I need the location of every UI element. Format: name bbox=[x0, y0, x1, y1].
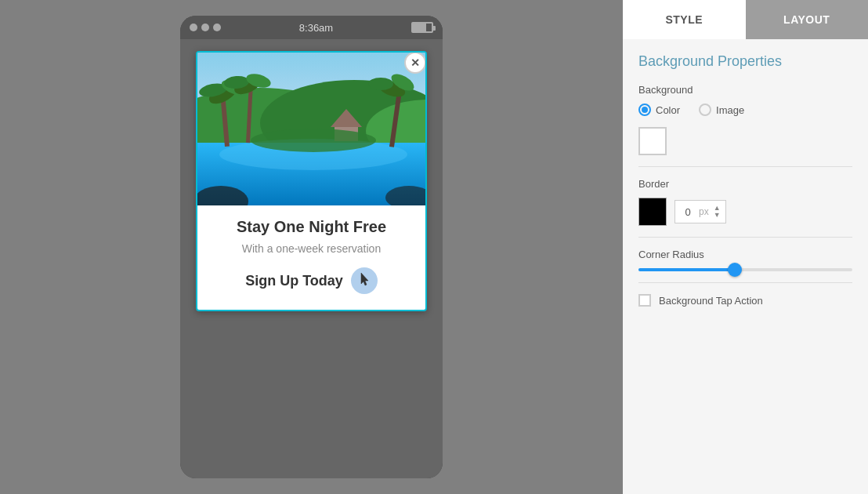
radio-image-label: Image bbox=[716, 104, 744, 116]
stepper-down-arrow[interactable]: ▼ bbox=[714, 212, 721, 219]
svg-point-18 bbox=[368, 78, 393, 90]
corner-radius-label: Corner Radius bbox=[638, 249, 852, 260]
svg-point-22 bbox=[251, 129, 376, 152]
border-size-value: 0 bbox=[680, 206, 696, 218]
popup-image-scene bbox=[197, 53, 425, 205]
divider-3 bbox=[638, 282, 852, 283]
phone-status-bar: 8:36am bbox=[180, 16, 443, 39]
radio-color-label: Color bbox=[656, 104, 680, 116]
border-size-input[interactable]: 0 px ▲ ▼ bbox=[675, 200, 726, 223]
tabs-bar: STYLE LAYOUT bbox=[623, 0, 868, 39]
divider-1 bbox=[638, 166, 852, 167]
radio-image-item[interactable]: Image bbox=[699, 104, 744, 116]
phone-time: 8:36am bbox=[299, 22, 333, 34]
phone-dot-2 bbox=[201, 24, 209, 31]
tab-layout-label: LAYOUT bbox=[783, 13, 830, 26]
popup-title: Stay One Night Free bbox=[213, 218, 410, 236]
phone-battery-fill bbox=[413, 24, 426, 31]
section-title: Background Properties bbox=[638, 53, 852, 70]
preview-area: 8:36am ✕ bbox=[0, 0, 623, 494]
cursor-icon bbox=[351, 267, 378, 294]
right-panel: STYLE LAYOUT Background Properties Backg… bbox=[623, 0, 868, 494]
tap-action-label: Background Tap Action bbox=[659, 295, 763, 307]
phone-screen: ✕ bbox=[180, 39, 443, 478]
popup-subtitle: With a one-week reservation bbox=[213, 242, 410, 255]
corner-radius-slider-container bbox=[638, 268, 852, 271]
popup-cta-area: Sign Up Today bbox=[213, 267, 410, 294]
background-color-swatch-inner bbox=[640, 129, 665, 154]
background-color-swatch[interactable] bbox=[638, 127, 667, 155]
divider-2 bbox=[638, 237, 852, 238]
radio-image-circle[interactable] bbox=[699, 104, 711, 116]
tab-style-label: STYLE bbox=[665, 13, 703, 26]
border-controls: 0 px ▲ ▼ bbox=[638, 198, 852, 226]
border-color-swatch[interactable] bbox=[638, 198, 667, 226]
border-section: Border 0 px ▲ ▼ bbox=[638, 178, 852, 226]
phone-dot-1 bbox=[190, 24, 197, 31]
tab-layout[interactable]: LAYOUT bbox=[746, 0, 869, 39]
popup-cta-text[interactable]: Sign Up Today bbox=[245, 273, 343, 289]
phone-frame: 8:36am ✕ bbox=[180, 16, 443, 478]
corner-radius-slider-fill bbox=[638, 268, 735, 271]
tap-action-row: Background Tap Action bbox=[638, 294, 852, 307]
phone-dots bbox=[190, 24, 221, 31]
border-size-unit: px bbox=[699, 206, 709, 217]
radio-color-circle[interactable] bbox=[638, 104, 651, 116]
border-label: Border bbox=[638, 178, 852, 190]
corner-radius-slider-thumb[interactable] bbox=[728, 263, 742, 277]
border-size-stepper[interactable]: ▲ ▼ bbox=[714, 205, 721, 219]
properties-area: Background Properties Background Color I… bbox=[623, 39, 868, 494]
corner-radius-slider-track bbox=[638, 268, 852, 271]
phone-dot-3 bbox=[213, 24, 221, 31]
popup-content: Stay One Night Free With a one-week rese… bbox=[197, 205, 425, 310]
popup-card: ✕ bbox=[196, 51, 427, 311]
phone-battery-icon bbox=[411, 22, 433, 33]
radio-color-item[interactable]: Color bbox=[638, 104, 680, 116]
background-label: Background bbox=[638, 84, 852, 96]
corner-radius-section: Corner Radius bbox=[638, 249, 852, 271]
popup-image bbox=[197, 53, 425, 205]
tab-style[interactable]: STYLE bbox=[623, 0, 746, 39]
close-button[interactable]: ✕ bbox=[404, 52, 426, 74]
scene-svg bbox=[197, 53, 425, 205]
tap-action-checkbox[interactable] bbox=[638, 294, 651, 307]
background-type-group: Color Image bbox=[638, 104, 852, 116]
